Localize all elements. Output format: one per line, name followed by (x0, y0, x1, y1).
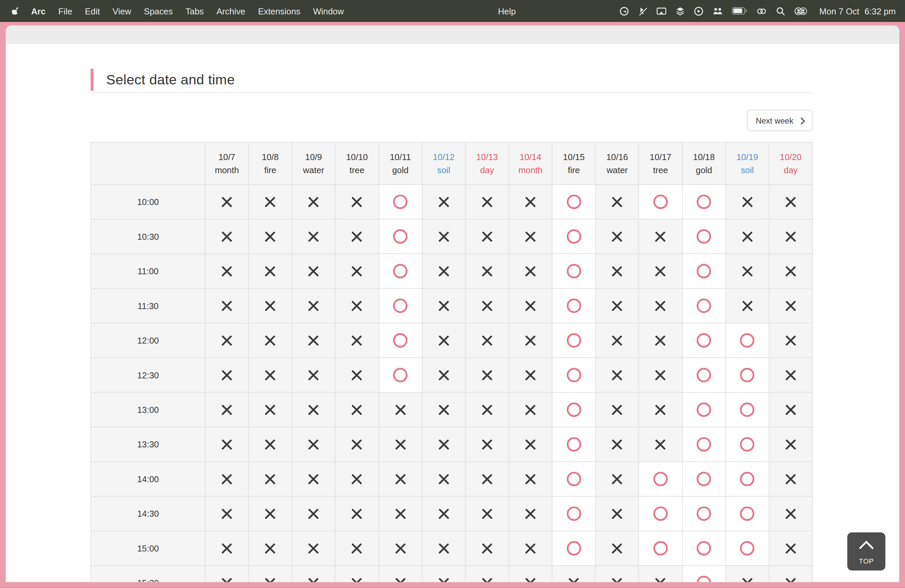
profile-icon[interactable] (794, 7, 807, 15)
circle-mark (567, 299, 581, 313)
date-header-10-13: 10/13day (465, 142, 509, 184)
slot-available-10-19-1400[interactable] (726, 462, 769, 496)
slot-unavailable-10-17-1100 (639, 254, 683, 288)
slot-available-10-17-1000[interactable] (639, 184, 683, 219)
slot-available-10-19-1300[interactable] (726, 393, 769, 427)
slot-unavailable-10-10-1430 (335, 496, 379, 531)
x-mark (351, 404, 364, 416)
menu-item-archive[interactable]: Archive (210, 6, 252, 16)
slot-unavailable-10-12-1330 (422, 427, 465, 461)
slot-available-10-18-1230[interactable] (682, 358, 726, 392)
x-mark (437, 507, 450, 520)
slot-available-10-18-1400[interactable] (682, 462, 726, 496)
slot-unavailable-10-12-1300 (422, 393, 465, 427)
menu-clock[interactable]: Mon 7 Oct 6:32 pm (819, 6, 895, 16)
slot-available-10-15-1030[interactable] (552, 219, 596, 253)
menu-item-file[interactable]: File (52, 6, 79, 16)
date-text: 10/18 (683, 150, 725, 164)
slot-unavailable-10-7-1400 (205, 462, 249, 496)
x-mark (221, 334, 233, 347)
slot-available-10-19-1330[interactable] (726, 427, 769, 461)
slot-available-10-17-1430[interactable] (639, 496, 683, 531)
table-row-1400: 14:00 (91, 462, 813, 496)
slot-available-10-15-1430[interactable] (552, 496, 596, 531)
next-week-button[interactable]: Next week (747, 110, 813, 131)
slot-available-10-11-1000[interactable] (378, 184, 422, 219)
slot-available-10-15-1330[interactable] (552, 427, 596, 461)
slot-unavailable-10-10-1100 (335, 254, 379, 288)
day-text: month (205, 164, 248, 177)
menu-item-arc[interactable]: Arc (25, 6, 52, 16)
slot-available-10-18-1000[interactable] (682, 184, 726, 219)
menu-item-tabs[interactable]: Tabs (179, 6, 210, 16)
slot-unavailable-10-19-1030 (726, 219, 769, 253)
slot-unavailable-10-19-1000 (726, 184, 769, 219)
slot-available-10-18-1030[interactable] (682, 219, 726, 253)
slot-available-10-17-1400[interactable] (639, 462, 683, 496)
search-icon[interactable] (775, 6, 785, 16)
menu-item-help[interactable]: Help (492, 6, 522, 16)
slot-available-10-18-1130[interactable] (682, 288, 726, 323)
circle-mark (697, 299, 711, 313)
slot-unavailable-10-13-1100 (465, 254, 509, 288)
slot-available-10-18-1430[interactable] (682, 496, 726, 531)
slot-available-10-18-1330[interactable] (682, 427, 726, 461)
slot-available-10-11-1030[interactable] (378, 219, 422, 253)
date-text: 10/10 (336, 150, 378, 164)
cursor-disabled-icon[interactable] (638, 6, 647, 16)
link-icon[interactable] (756, 6, 767, 16)
slot-available-10-18-1500[interactable] (682, 531, 726, 566)
slot-available-10-11-1130[interactable] (378, 288, 422, 323)
scroll-to-top-button[interactable]: TOP (848, 532, 886, 571)
slot-unavailable-10-16-1100 (595, 254, 639, 288)
slot-available-10-15-1200[interactable] (552, 323, 596, 358)
circle-mark (740, 333, 754, 348)
x-mark (524, 334, 537, 347)
slot-available-10-18-1100[interactable] (682, 254, 726, 288)
date-header-10-7: 10/7month (205, 142, 249, 184)
slot-unavailable-10-8-1430 (249, 496, 292, 531)
slot-available-10-17-1500[interactable] (639, 531, 683, 566)
menu-item-window[interactable]: Window (306, 6, 350, 16)
slot-available-10-19-1500[interactable] (726, 531, 769, 566)
grammarly-icon[interactable] (619, 6, 629, 16)
slot-unavailable-10-10-1130 (335, 288, 379, 323)
date-text: 10/17 (639, 150, 682, 164)
slot-unavailable-10-11-1530 (378, 566, 422, 582)
apple-menu-icon[interactable] (11, 6, 21, 16)
slot-available-10-19-1430[interactable] (726, 496, 769, 531)
slot-available-10-18-1300[interactable] (682, 393, 726, 427)
slot-available-10-15-1300[interactable] (552, 393, 596, 427)
slot-available-10-18-1200[interactable] (682, 323, 726, 358)
x-mark (437, 369, 450, 381)
slot-unavailable-10-7-1300 (205, 393, 249, 427)
x-mark (437, 438, 450, 451)
slot-unavailable-10-13-1300 (465, 393, 509, 427)
battery-icon[interactable] (732, 7, 747, 15)
menu-item-spaces[interactable]: Spaces (138, 6, 179, 16)
slot-available-10-19-1230[interactable] (726, 358, 769, 392)
slot-available-10-15-1130[interactable] (552, 288, 596, 323)
slot-unavailable-10-12-1000 (422, 184, 465, 219)
slot-available-10-11-1200[interactable] (378, 323, 422, 358)
play-circle-icon[interactable] (694, 6, 703, 16)
people-icon[interactable] (712, 6, 723, 16)
top-button-label: TOP (859, 557, 874, 565)
slot-available-10-11-1100[interactable] (378, 254, 422, 288)
menu-item-view[interactable]: View (106, 6, 138, 16)
slot-available-10-19-1200[interactable] (726, 323, 769, 358)
slot-available-10-15-1230[interactable] (552, 358, 596, 392)
slot-available-10-18-1530[interactable] (682, 566, 726, 582)
x-mark (654, 334, 667, 347)
slot-available-10-15-1100[interactable] (552, 254, 596, 288)
menu-item-extensions[interactable]: Extensions (252, 6, 306, 16)
slot-unavailable-10-20-1130 (769, 288, 813, 323)
slot-unavailable-10-20-1030 (769, 219, 813, 253)
layers-icon[interactable] (675, 6, 685, 16)
slot-available-10-15-1400[interactable] (552, 462, 596, 496)
slot-available-10-15-1500[interactable] (552, 531, 596, 566)
slot-available-10-15-1000[interactable] (552, 184, 596, 219)
cast-icon[interactable] (656, 6, 666, 16)
slot-available-10-11-1230[interactable] (378, 358, 422, 392)
menu-item-edit[interactable]: Edit (79, 6, 106, 16)
